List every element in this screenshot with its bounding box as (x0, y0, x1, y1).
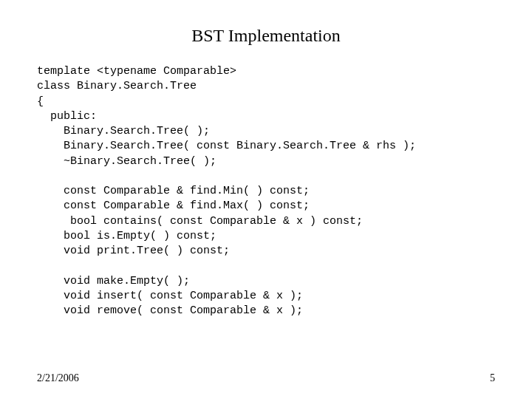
footer-date: 2/21/2006 (37, 372, 79, 384)
footer: 2/21/2006 5 (37, 372, 495, 384)
page-title: BST Implementation (37, 26, 495, 46)
footer-page-number: 5 (490, 372, 495, 384)
code-block: template <typename Comparable> class Bin… (37, 64, 495, 318)
